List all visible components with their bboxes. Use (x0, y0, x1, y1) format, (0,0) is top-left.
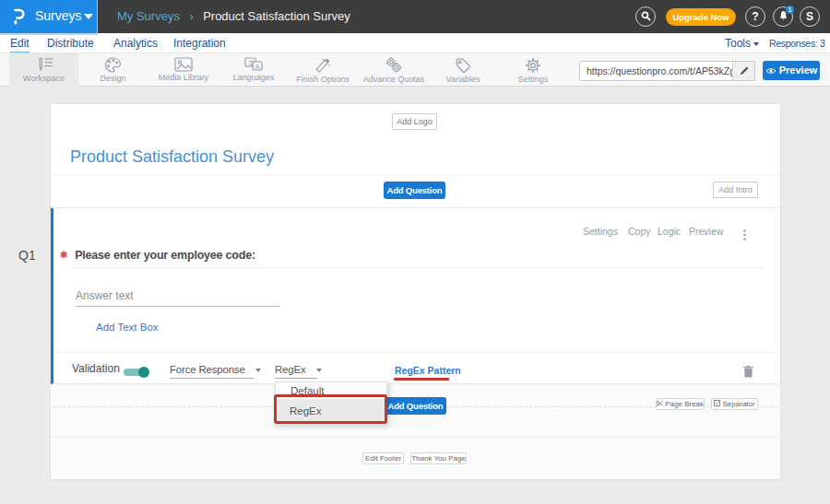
svg-text:A: A (255, 63, 260, 71)
svg-text:文: 文 (248, 59, 255, 66)
